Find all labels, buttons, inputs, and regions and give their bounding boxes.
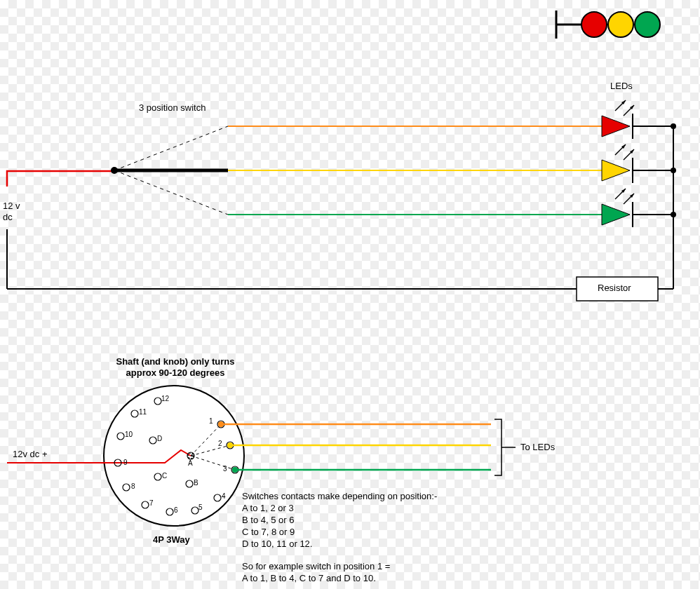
led-bracket [494, 419, 502, 475]
term-7: 7 [149, 499, 154, 507]
term-3: 3 [223, 465, 227, 473]
term-c: C [162, 472, 167, 480]
term-9: 9 [123, 459, 128, 466]
svg-point-4 [635, 12, 660, 37]
term-b: B [194, 479, 198, 487]
term-2: 2 [218, 440, 222, 447]
svg-marker-13 [602, 160, 630, 181]
term-11: 11 [139, 408, 147, 416]
resistor-label: Resistor [598, 283, 631, 293]
contacts-b: B to 4, 5 or 6 [242, 515, 294, 525]
voltage-label-2: dc [3, 212, 13, 222]
svg-point-2 [581, 12, 607, 37]
traffic-light-icon [556, 11, 660, 39]
svg-point-3 [608, 12, 633, 37]
term-5: 5 [198, 503, 203, 511]
term-12: 12 [161, 395, 169, 402]
to-leds-label: To LEDs [520, 442, 555, 452]
leds-label: LEDs [610, 81, 633, 91]
term-10: 10 [125, 431, 133, 438]
term-6: 6 [174, 506, 178, 514]
wire-12v-in [7, 171, 114, 187]
term-1: 1 [209, 417, 213, 425]
shaft-note-1: Shaft (and knob) only turns [91, 356, 260, 367]
term-4: 4 [222, 492, 226, 500]
svg-marker-21 [602, 204, 630, 225]
led-green [602, 189, 676, 227]
example-line1: So for example switch in position 1 = [242, 561, 390, 571]
svg-marker-5 [602, 116, 630, 137]
voltage-label-1: 12 v [3, 201, 20, 211]
contacts-heading: Switches contacts make depending on posi… [242, 491, 437, 501]
voltage-in-lower: 12v dc + [13, 449, 48, 459]
switch-type-label: 4P 3Way [153, 534, 190, 545]
led-yellow [602, 144, 676, 183]
contacts-a: A to 1, 2 or 3 [242, 503, 294, 513]
term-d: D [157, 435, 162, 442]
switch-dash-top [114, 126, 228, 170]
switch-dash-bottom [114, 170, 228, 215]
term-a: A [188, 459, 193, 467]
contacts-c: C to 7, 8 or 9 [242, 527, 295, 537]
switch-label: 3 position switch [139, 102, 206, 113]
shaft-note-2: approx 90-120 degrees [91, 367, 260, 378]
led-red [602, 100, 676, 139]
contacts-d: D to 10, 11 or 12. [242, 539, 312, 549]
term-8: 8 [131, 482, 135, 490]
example-line2: A to 1, B to 4, C to 7 and D to 10. [242, 573, 376, 583]
